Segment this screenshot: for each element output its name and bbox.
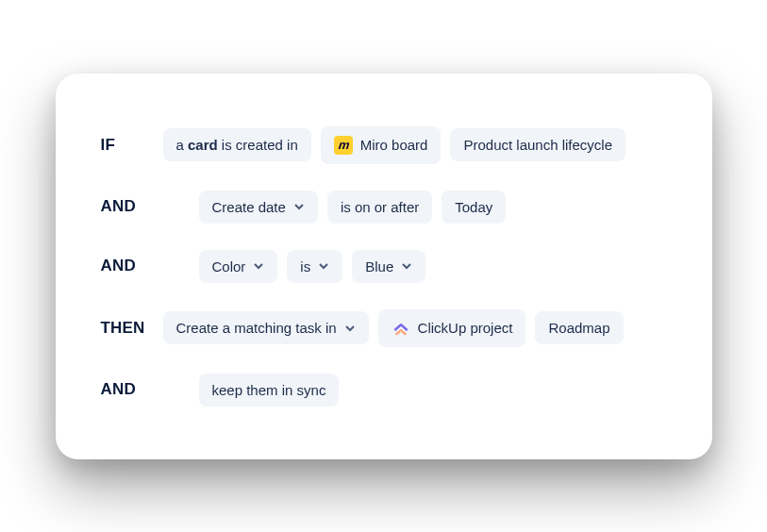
action-label: keep them in sync bbox=[212, 383, 326, 397]
miro-icon: m bbox=[334, 136, 353, 155]
target-location-label: Roadmap bbox=[548, 321, 609, 335]
trigger-chip[interactable]: a card is created in bbox=[163, 128, 311, 161]
target-location-chip[interactable]: Roadmap bbox=[535, 311, 623, 344]
field-chip-color[interactable]: Color bbox=[199, 250, 278, 283]
rule-row-and-2: AND Color is Blue bbox=[101, 250, 667, 283]
value-label: Blue bbox=[365, 259, 393, 274]
keyword-and-3: AND bbox=[101, 380, 154, 399]
clickup-icon bbox=[392, 319, 410, 338]
operator-label: is on or after bbox=[341, 200, 419, 214]
action-chip-sync[interactable]: keep them in sync bbox=[199, 374, 340, 407]
source-location-label: Product launch lifecycle bbox=[463, 138, 612, 152]
field-label: Color bbox=[212, 259, 246, 274]
value-label: Today bbox=[455, 200, 492, 214]
keyword-if: IF bbox=[101, 136, 154, 155]
chevron-down-icon bbox=[401, 260, 412, 272]
chevron-down-icon bbox=[344, 323, 356, 334]
source-app-label: Miro board bbox=[360, 138, 428, 152]
trigger-suffix: is created in bbox=[218, 137, 298, 153]
target-app-label: ClickUp project bbox=[418, 321, 513, 335]
source-app-chip[interactable]: m Miro board bbox=[321, 126, 442, 164]
chevron-down-icon bbox=[293, 201, 305, 212]
source-location-chip[interactable]: Product launch lifecycle bbox=[450, 128, 625, 161]
keyword-then: THEN bbox=[101, 319, 154, 338]
rule-builder-card: IF a card is created in m Miro board Pro… bbox=[56, 74, 712, 459]
value-chip-today[interactable]: Today bbox=[442, 191, 506, 224]
keyword-and-1: AND bbox=[101, 197, 154, 216]
action-label: Create a matching task in bbox=[176, 321, 337, 335]
field-chip-create-date[interactable]: Create date bbox=[199, 191, 318, 224]
value-chip-blue[interactable]: Blue bbox=[352, 250, 425, 283]
trigger-entity: card bbox=[188, 137, 218, 153]
rule-row-then: THEN Create a matching task in ClickUp p… bbox=[101, 309, 667, 347]
operator-chip-is[interactable]: is bbox=[287, 250, 342, 283]
target-app-chip[interactable]: ClickUp project bbox=[378, 309, 526, 347]
rule-row-and-1: AND Create date is on or after Today bbox=[101, 191, 667, 224]
chevron-down-icon bbox=[253, 260, 264, 272]
operator-label: is bbox=[300, 259, 310, 274]
rule-row-and-3: AND keep them in sync bbox=[101, 374, 667, 407]
operator-chip-on-or-after[interactable]: is on or after bbox=[327, 191, 432, 224]
rule-row-if: IF a card is created in m Miro board Pro… bbox=[101, 126, 667, 164]
chevron-down-icon bbox=[318, 260, 329, 272]
keyword-and-2: AND bbox=[101, 257, 154, 275]
trigger-prefix: a bbox=[176, 137, 189, 153]
field-label: Create date bbox=[212, 200, 286, 214]
action-chip-create-task[interactable]: Create a matching task in bbox=[163, 311, 369, 344]
